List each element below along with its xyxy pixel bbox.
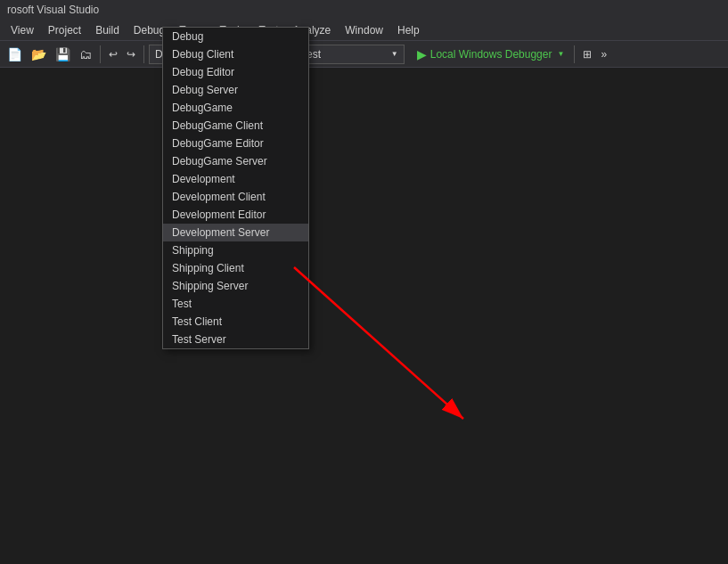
toolbar: 📄 📂 💾 🗂 ↩ ↪ Developi ▼ Win64 ▼ test ▼ ▶ … — [0, 41, 728, 68]
extra-btn-2[interactable]: » — [597, 46, 610, 62]
menu-bar: View Project Build Debug Team Tools Test… — [0, 20, 728, 41]
save-icon: 💾 — [55, 47, 70, 61]
dropdown-item-shipping-client[interactable]: Shipping Client — [163, 259, 308, 277]
save-all-icon: 🗂 — [79, 47, 92, 61]
dropdown-item-test-client[interactable]: Test Client — [163, 313, 308, 331]
extra-btn-1[interactable]: ⊞ — [579, 46, 595, 62]
dropdown-scroll-area[interactable]: Debug Debug Client Debug Editor Debug Se… — [163, 28, 308, 348]
title-bar: rosoft Visual Studio — [0, 0, 728, 20]
redo-button[interactable]: ↪ — [123, 46, 139, 62]
menu-view[interactable]: View — [4, 20, 41, 40]
title-text: rosoft Visual Studio — [7, 4, 99, 16]
separator-1 — [100, 45, 101, 63]
run-dropdown-icon: ▼ — [557, 50, 564, 58]
dropdown-item-shipping[interactable]: Shipping — [163, 241, 308, 259]
dropdown-item-debuggame-client[interactable]: DebugGame Client — [163, 117, 308, 135]
run-icon: ▶ — [417, 47, 427, 61]
redo-icon: ↪ — [127, 48, 135, 61]
open-icon: 📂 — [31, 47, 46, 61]
dropdown-item-debug-server[interactable]: Debug Server — [163, 81, 308, 99]
config-dropdown-menu: Debug Debug Client Debug Editor Debug Se… — [162, 27, 309, 349]
menu-window[interactable]: Window — [338, 20, 390, 40]
save-button[interactable]: 💾 — [52, 45, 74, 63]
separator-2 — [143, 45, 144, 63]
dropdown-item-test-server[interactable]: Test Server — [163, 331, 308, 348]
run-label: Local Windows Debugger — [430, 48, 552, 61]
dropdown-item-development[interactable]: Development — [163, 170, 308, 188]
menu-project[interactable]: Project — [41, 20, 88, 40]
menu-help[interactable]: Help — [390, 20, 427, 40]
dropdown-item-development-editor[interactable]: Development Editor — [163, 206, 308, 224]
extra-icon-1: ⊞ — [583, 48, 592, 61]
dropdown-item-debug-editor[interactable]: Debug Editor — [163, 63, 308, 81]
separator-3 — [574, 45, 575, 63]
menu-build[interactable]: Build — [88, 20, 127, 40]
target-select[interactable]: test ▼ — [298, 45, 405, 64]
run-button[interactable]: ▶ Local Windows Debugger ▼ — [412, 45, 570, 63]
dropdown-item-shipping-server[interactable]: Shipping Server — [163, 277, 308, 295]
undo-icon: ↩ — [109, 48, 118, 61]
dropdown-item-development-server[interactable]: Development Server — [163, 224, 308, 241]
dropdown-item-debug[interactable]: Debug — [163, 28, 308, 45]
open-file-button[interactable]: 📂 — [28, 45, 50, 63]
dropdown-item-debug-client[interactable]: Debug Client — [163, 45, 308, 63]
new-file-button[interactable]: 📄 — [4, 45, 26, 63]
undo-button[interactable]: ↩ — [105, 46, 121, 62]
dropdown-item-test[interactable]: Test — [163, 295, 308, 313]
dropdown-item-debuggame-editor[interactable]: DebugGame Editor — [163, 135, 308, 152]
dropdown-item-debuggame[interactable]: DebugGame — [163, 99, 308, 117]
dropdown-item-debuggame-server[interactable]: DebugGame Server — [163, 152, 308, 170]
main-area — [0, 68, 728, 564]
new-file-icon: 📄 — [7, 47, 22, 61]
save-all-button[interactable]: 🗂 — [76, 45, 95, 63]
dropdown-item-development-client[interactable]: Development Client — [163, 188, 308, 206]
target-arrow-icon: ▼ — [391, 50, 398, 58]
extra-icon-2: » — [601, 48, 607, 61]
